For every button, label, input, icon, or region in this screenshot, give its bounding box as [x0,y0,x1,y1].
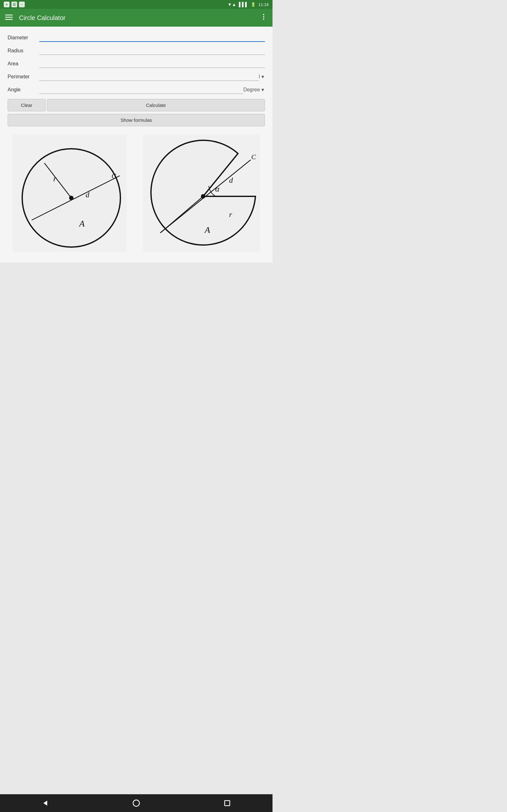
show-formulas-button[interactable]: Show formulas [8,114,265,126]
menu-icon[interactable] [5,13,13,22]
area-row: Area [8,59,265,68]
status-bar-left: A ☰ ○ [4,2,25,7]
perimeter-unit-text: l [259,74,260,80]
app-icon-a: A [4,2,9,7]
svg-text:d: d [86,191,90,199]
battery-icon: 🔋 [250,2,256,7]
svg-point-11 [69,196,73,200]
angle-label: Angle [8,87,39,94]
angle-unit-wrap[interactable]: Degree ▼ [243,87,265,94]
svg-rect-0 [5,14,13,15]
circle-diagram: r d C A [13,135,127,252]
diameter-input-wrap [39,33,265,42]
svg-text:C: C [251,153,256,161]
toolbar: Circle Calculator [0,9,273,27]
wifi-icon: ▼▲ [228,2,236,7]
diameter-row: Diameter [8,33,265,42]
svg-text:r: r [229,210,232,218]
diameter-label: Diameter [8,35,39,42]
svg-text:A: A [78,218,85,229]
perimeter-dropdown-arrow[interactable]: ▼ [261,74,265,79]
signal-icon: ▌▌▌ [239,2,248,7]
angle-row: Angle Degree ▼ [8,85,265,94]
angle-unit-text: Degree [243,87,260,93]
svg-text:α: α [215,184,220,194]
perimeter-label: Perimeter [8,74,39,81]
svg-text:r: r [53,174,57,183]
app-icon-b: ☰ [11,2,17,7]
status-bar-right: ▼▲ ▌▌▌ 🔋 11:16 [228,2,269,7]
diagrams-area: r d C A [8,131,265,255]
app-title: Circle Calculator [19,14,253,21]
diameter-input[interactable] [39,33,265,42]
time-display: 11:16 [258,2,269,7]
perimeter-input-wrap [39,72,259,81]
svg-rect-1 [5,17,13,18]
main-content: Diameter Radius Area Perimeter l ▼ Angle [0,27,273,263]
svg-point-4 [263,16,264,17]
area-input-wrap [39,59,265,68]
radius-input-wrap [39,46,265,55]
angle-input[interactable] [39,85,243,94]
svg-text:C: C [112,172,116,180]
status-bar: A ☰ ○ ▼▲ ▌▌▌ 🔋 11:16 [0,0,273,9]
calculate-button[interactable]: Calculate [47,99,265,111]
area-input[interactable] [39,59,265,68]
radius-input[interactable] [39,46,265,55]
more-icon[interactable] [260,13,268,22]
radius-row: Radius [8,46,265,55]
app-icon-c: ○ [19,2,25,7]
perimeter-row: Perimeter l ▼ [8,72,265,81]
svg-point-3 [263,14,264,15]
radius-label: Radius [8,48,39,55]
action-buttons-row: Clear Calculate [8,99,265,111]
svg-text:A: A [204,225,210,235]
svg-text:d: d [229,176,233,184]
svg-point-23 [201,194,205,199]
angle-input-wrap [39,85,243,94]
perimeter-input[interactable] [39,72,259,81]
area-label: Area [8,61,39,68]
sector-diagram: α d r C A [143,135,260,252]
angle-dropdown-arrow[interactable]: ▼ [261,87,265,92]
svg-rect-2 [5,19,13,20]
perimeter-unit-wrap[interactable]: l ▼ [259,74,265,81]
clear-button[interactable]: Clear [8,99,46,111]
svg-point-5 [263,18,264,20]
